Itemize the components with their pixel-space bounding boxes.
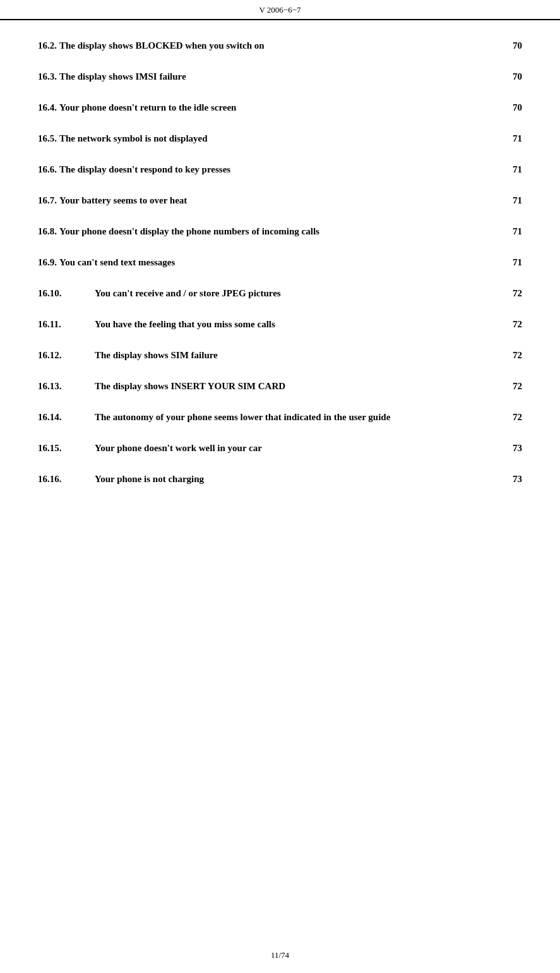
entry-text: The display shows SIM failure bbox=[95, 349, 505, 362]
entry-page: 71 bbox=[513, 256, 522, 269]
entry-text: Your phone doesn't return to the idle sc… bbox=[59, 101, 505, 114]
toc-entry-16-4: 16.4.Your phone doesn't return to the id… bbox=[38, 101, 522, 114]
entry-text: The autonomy of your phone seems lower t… bbox=[95, 411, 505, 424]
entry-page: 71 bbox=[513, 194, 522, 207]
entry-text: You have the feeling that you miss some … bbox=[95, 318, 505, 331]
toc-entry-16-5: 16.5.The network symbol is not displayed… bbox=[38, 132, 522, 145]
entry-page: 72 bbox=[513, 318, 522, 331]
entry-text: You can't receive and / or store JPEG pi… bbox=[95, 287, 505, 300]
entry-text: The display shows BLOCKED when you switc… bbox=[59, 39, 505, 52]
toc-entry-16-6: 16.6.The display doesn't respond to key … bbox=[38, 163, 522, 176]
toc-entry-16-3: 16.3.The display shows IMSI failure70 bbox=[38, 70, 522, 83]
entry-page: 71 bbox=[513, 225, 522, 238]
header-text: V 2006−6−7 bbox=[259, 5, 301, 15]
page-footer: 11/74 bbox=[0, 950, 560, 960]
entry-text: The display doesn't respond to key press… bbox=[59, 163, 505, 176]
toc-entry-16-8: 16.8.Your phone doesn't display the phon… bbox=[38, 225, 522, 238]
entry-text: The display shows IMSI failure bbox=[59, 70, 505, 83]
toc-entry-16-14: 16.14.The autonomy of your phone seems l… bbox=[38, 411, 522, 424]
entry-text: Your phone is not charging bbox=[95, 473, 505, 486]
entry-page: 72 bbox=[513, 349, 522, 362]
entry-number: 16.12. bbox=[38, 349, 95, 362]
toc-entry-16-10: 16.10.You can't receive and / or store J… bbox=[38, 287, 522, 300]
entry-text: You can't send text messages bbox=[59, 256, 505, 269]
entry-number: 16.13. bbox=[38, 380, 95, 393]
toc-entry-16-9: 16.9.You can't send text messages71 bbox=[38, 256, 522, 269]
toc-entry-16-11: 16.11.You have the feeling that you miss… bbox=[38, 318, 522, 331]
entry-number: 16.10. bbox=[38, 287, 95, 300]
entry-page: 73 bbox=[513, 442, 522, 455]
toc-entry-16-12: 16.12.The display shows SIM failure72 bbox=[38, 349, 522, 362]
footer-text: 11/74 bbox=[271, 950, 289, 960]
entry-text: The display shows INSERT YOUR SIM CARD bbox=[95, 380, 505, 393]
entry-number: 16.16. bbox=[38, 473, 95, 486]
entry-number: 16.7. bbox=[38, 194, 57, 207]
toc-entry-16-7: 16.7.Your battery seems to over heat71 bbox=[38, 194, 522, 207]
entry-page: 72 bbox=[513, 287, 522, 300]
entry-number: 16.11. bbox=[38, 318, 95, 331]
entry-text: Your battery seems to over heat bbox=[59, 194, 505, 207]
entry-number: 16.9. bbox=[38, 256, 57, 269]
entry-number: 16.2. bbox=[38, 39, 57, 52]
toc-entry-16-15: 16.15.Your phone doesn't work well in yo… bbox=[38, 442, 522, 455]
entry-page: 70 bbox=[513, 39, 522, 52]
page-header: V 2006−6−7 bbox=[0, 0, 560, 20]
entry-number: 16.6. bbox=[38, 163, 57, 176]
entry-extra-text: in the user guide bbox=[323, 412, 390, 422]
toc-entry-16-16: 16.16.Your phone is not charging73 bbox=[38, 473, 522, 486]
content-area: 16.2.The display shows BLOCKED when you … bbox=[0, 20, 560, 541]
entry-number: 16.3. bbox=[38, 70, 57, 83]
entry-text: The network symbol is not displayed bbox=[59, 132, 505, 145]
entry-number: 16.5. bbox=[38, 132, 57, 145]
entry-number: 16.14. bbox=[38, 411, 95, 424]
entry-page: 73 bbox=[513, 473, 522, 486]
toc-entry-16-13: 16.13.The display shows INSERT YOUR SIM … bbox=[38, 380, 522, 393]
entry-page: 71 bbox=[513, 132, 522, 145]
entry-text: Your phone doesn't display the phone num… bbox=[59, 225, 505, 238]
entry-page: 70 bbox=[513, 70, 522, 83]
entry-page: 72 bbox=[513, 411, 522, 424]
entry-number: 16.15. bbox=[38, 442, 95, 455]
entry-number: 16.8. bbox=[38, 225, 57, 238]
entry-page: 71 bbox=[513, 163, 522, 176]
entry-page: 70 bbox=[513, 101, 522, 114]
entry-page: 72 bbox=[513, 380, 522, 393]
entry-number: 16.4. bbox=[38, 101, 57, 114]
toc-entry-16-2: 16.2.The display shows BLOCKED when you … bbox=[38, 39, 522, 52]
entry-text: Your phone doesn't work well in your car bbox=[95, 442, 505, 455]
